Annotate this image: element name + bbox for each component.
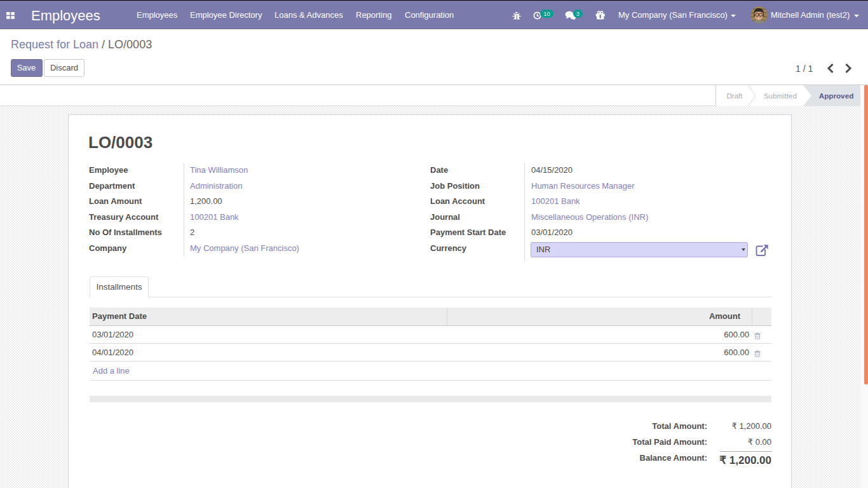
svg-text:Submitted: Submitted xyxy=(764,92,797,100)
svg-text:Draft: Draft xyxy=(727,92,743,100)
svg-text:Approved: Approved xyxy=(819,92,854,100)
